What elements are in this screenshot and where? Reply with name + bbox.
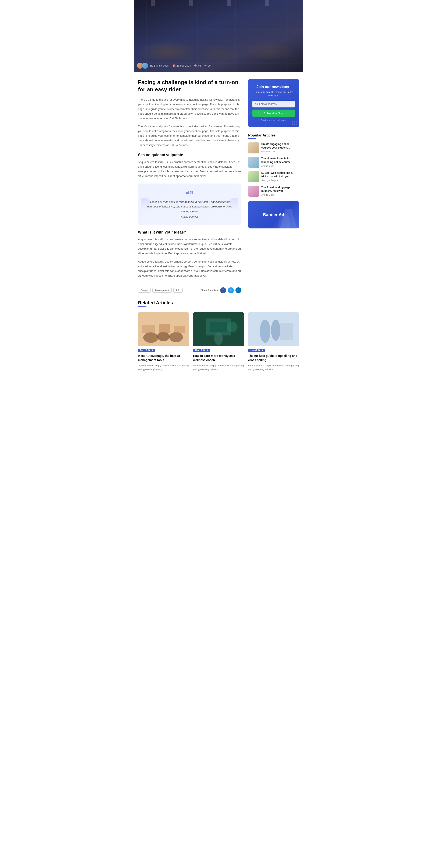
share-label: Share This Post xyxy=(200,289,218,292)
svg-point-14 xyxy=(271,319,280,341)
related-card-1-title: Meet AutoManage, the best AI management … xyxy=(138,354,189,362)
dot xyxy=(294,123,295,124)
newsletter-title: Join our newsletter! xyxy=(252,85,295,89)
section2-body1: At quo cetero fastidii. Usu ex ornatus c… xyxy=(138,237,241,256)
popular-item-3-title: 50 Best web design tips & tricks that wi… xyxy=(261,171,299,179)
banner-ad[interactable]: Banner Ad xyxy=(248,201,299,228)
tag-info[interactable]: Info xyxy=(174,288,183,293)
svg-point-11 xyxy=(227,322,238,332)
newsletter-box: Join our newsletter! Enter your email to… xyxy=(248,79,299,127)
popular-item-3-author: Samoyel Dayno xyxy=(261,179,299,182)
svg-rect-15 xyxy=(280,323,293,340)
newsletter-desc: Enter your email to receive our latest n… xyxy=(252,90,295,97)
popular-thumb-4 xyxy=(248,186,259,197)
popular-item-4-author: Andrio Giori xyxy=(261,193,299,196)
tag-design[interactable]: Design xyxy=(138,288,151,293)
sidebar: Join our newsletter! Enter your email to… xyxy=(248,79,299,228)
svg-point-1 xyxy=(143,332,158,343)
popular-thumb-2 xyxy=(248,157,259,168)
popular-articles: Popular Articles Create engaging online … xyxy=(248,133,299,197)
hero-meta: By Samuyi Joshi 📅 26 Feb 2023 💬 05 👁 05 xyxy=(137,63,211,69)
dot xyxy=(295,124,297,125)
quote-deco-right xyxy=(229,198,238,211)
svg-rect-5 xyxy=(159,324,170,333)
quote-deco-left xyxy=(142,198,150,211)
related-card-img-3 xyxy=(248,312,299,346)
svg-rect-4 xyxy=(142,325,155,333)
avatar-2 xyxy=(142,63,148,69)
article-body-1: There's a time and place for everything.… xyxy=(138,97,241,121)
dot xyxy=(292,123,293,124)
svg-point-3 xyxy=(169,332,183,342)
related-card-2[interactable]: Mar 15, 2023 How to earn more money as a… xyxy=(193,312,244,371)
svg-point-10 xyxy=(214,332,223,345)
section1-heading: Sea no quidam vulputate xyxy=(138,153,241,157)
related-card-img-2 xyxy=(193,312,244,346)
popular-thumb-1 xyxy=(248,143,259,153)
popular-item-2-author: Andrio jeson xyxy=(261,165,299,167)
subscribe-button[interactable]: Subscribe Now xyxy=(252,110,295,117)
popular-item-1-title: Create engaging online courses your stud… xyxy=(261,143,299,150)
svg-rect-9 xyxy=(210,322,227,332)
popular-item-3[interactable]: 50 Best web design tips & tricks that wi… xyxy=(248,171,299,182)
quote-author: "Andrio Domeco" xyxy=(147,215,233,218)
related-card-3[interactable]: Jan 05, 2023 The no-fuss guide to upsell… xyxy=(248,312,299,371)
article-title: Facing a challenge is kind of a turn-on … xyxy=(138,79,241,93)
quote-block: ❝❞ A spring of truth shall flow from it:… xyxy=(138,184,241,225)
section2-body2: At quo cetero fastidii. Usu ex ornatus c… xyxy=(138,259,241,278)
related-card-img-3-svg xyxy=(248,312,299,346)
share-facebook-button[interactable]: f xyxy=(220,287,226,293)
related-card-img-1-svg xyxy=(138,312,189,346)
dot xyxy=(295,123,297,124)
article-content: Facing a challenge is kind of a turn-on … xyxy=(138,79,241,293)
popular-item-1[interactable]: Create engaging online courses your stud… xyxy=(248,143,299,153)
related-card-img-2-svg xyxy=(193,312,244,346)
popular-thumb-3 xyxy=(248,171,259,182)
popular-title: Popular Articles xyxy=(248,133,299,137)
hero-date: 📅 26 Feb 2023 xyxy=(173,64,191,67)
tags-share-row: Design Development Info Share This Post … xyxy=(138,284,241,293)
related-card-2-desc: Lorem Ipsum is simply dummy text of the … xyxy=(193,364,244,371)
related-card-3-desc: Lorem Ipsum is simply dummy text of the … xyxy=(248,364,299,371)
newsletter-dots xyxy=(292,121,297,125)
article-body-2: There's a time and place for everything.… xyxy=(138,124,241,148)
related-grid: Dec 22, 2023 Meet AutoManage, the best A… xyxy=(138,312,299,371)
popular-item-3-text: 50 Best web design tips & tricks that wi… xyxy=(261,171,299,182)
newsletter-spam: Don't worry, we don't spam xyxy=(252,119,295,121)
dot xyxy=(292,124,293,125)
related-card-3-date: Jan 05, 2023 xyxy=(248,349,265,352)
hero-comments: 💬 05 xyxy=(194,64,201,67)
popular-item-1-author: Glomiya Lucy xyxy=(261,150,299,153)
popular-item-4-title: The 8 best landing page builders, review… xyxy=(261,186,299,193)
related-card-img-1 xyxy=(138,312,189,346)
hero-views: 👁 05 xyxy=(204,64,211,67)
main-layout: Facing a challenge is kind of a turn-on … xyxy=(134,72,303,300)
dot xyxy=(294,124,295,125)
related-articles-section: Related Articles Dec 22, 2023 Meet AutoM… xyxy=(134,300,303,380)
related-card-1[interactable]: Dec 22, 2023 Meet AutoManage, the best A… xyxy=(138,312,189,371)
popular-item-2-text: The ultimate formula for launching onlin… xyxy=(261,157,299,167)
newsletter-email-input[interactable] xyxy=(252,101,295,107)
section2-heading: What is it with your ideas? xyxy=(138,230,241,235)
related-underline xyxy=(138,306,147,307)
share-linkedin-button[interactable]: in xyxy=(236,287,241,293)
related-title: Related Articles xyxy=(138,300,299,306)
related-card-2-title: How to earn more money as a wellness coa… xyxy=(193,354,244,362)
share-twitter-button[interactable]: 𝕏 xyxy=(228,287,234,293)
popular-item-1-text: Create engaging online courses your stud… xyxy=(261,143,299,153)
popular-item-4-text: The 8 best landing page builders, review… xyxy=(261,186,299,196)
popular-item-2[interactable]: The ultimate formula for launching onlin… xyxy=(248,157,299,168)
popular-item-2-title: The ultimate formula for launching onlin… xyxy=(261,157,299,164)
tag-development[interactable]: Development xyxy=(152,288,171,293)
related-card-3-title: The no-fuss guide to upselling and cross… xyxy=(248,354,299,362)
related-card-1-desc: Lorem Ipsum is simply dummy text of the … xyxy=(138,364,189,371)
share-row: Share This Post f 𝕏 in xyxy=(200,287,241,293)
quote-text: A spring of truth shall flow from it: li… xyxy=(147,199,233,214)
popular-item-4[interactable]: The 8 best landing page builders, review… xyxy=(248,186,299,197)
hero-image: By Samuyi Joshi 📅 26 Feb 2023 💬 05 👁 05 xyxy=(134,0,303,72)
popular-underline xyxy=(248,138,256,139)
dot xyxy=(295,121,297,122)
svg-rect-6 xyxy=(174,326,185,333)
tags-container: Design Development Info xyxy=(138,288,183,293)
svg-point-13 xyxy=(260,319,271,343)
